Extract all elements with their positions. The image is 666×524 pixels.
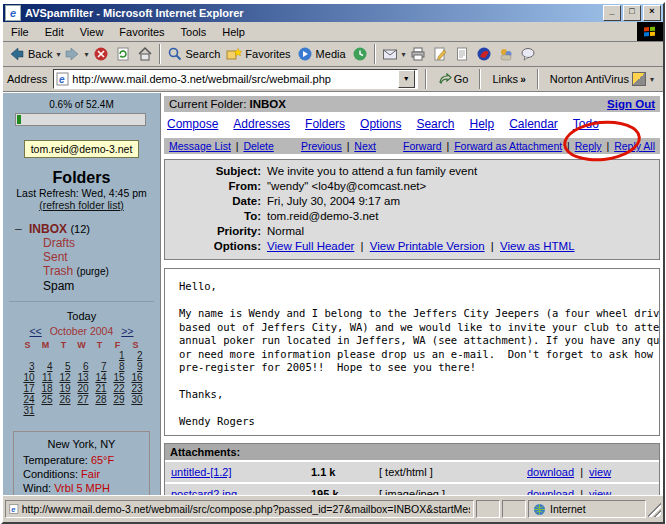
calendar-date-8[interactable]: 8	[119, 361, 125, 372]
nav-link-folders[interactable]: Folders	[305, 117, 345, 131]
calendar-date-23[interactable]: 23	[131, 383, 142, 394]
calendar-date-17[interactable]: 17	[23, 383, 34, 394]
calendar-date-26[interactable]: 26	[59, 394, 70, 405]
calendar-date-3[interactable]: 3	[29, 361, 35, 372]
calendar-date-24[interactable]: 24	[23, 394, 34, 405]
calendar-date-29[interactable]: 29	[113, 394, 124, 405]
realplayer-button[interactable]	[473, 45, 495, 63]
resize-grip[interactable]	[648, 501, 661, 517]
calendar-date-10[interactable]: 10	[23, 372, 34, 383]
print-button[interactable]	[407, 45, 429, 63]
nav-link-compose[interactable]: Compose	[167, 117, 218, 131]
folder-sent[interactable]: Sent	[15, 250, 160, 264]
calendar-date-13[interactable]: 13	[77, 372, 88, 383]
msgbar-forward-as-attachment[interactable]: Forward as Attachment	[454, 140, 562, 152]
calendar-date-16[interactable]: 16	[131, 372, 142, 383]
calendar-date-22[interactable]: 22	[113, 383, 124, 394]
msgbar-previous[interactable]: Previous	[301, 140, 342, 152]
folder-inbox[interactable]: – INBOX (12)	[15, 222, 160, 236]
nav-link-search[interactable]: Search	[416, 117, 454, 131]
nav-link-options[interactable]: Options	[360, 117, 401, 131]
back-button[interactable]: Back	[6, 45, 55, 63]
refresh-folder-list-link[interactable]: (refresh folder list)	[39, 199, 124, 211]
menu-view[interactable]: View	[72, 24, 112, 40]
msgbar-message-list[interactable]: Message List	[169, 140, 231, 152]
msgbar-delete[interactable]: Delete	[243, 140, 273, 152]
option-view-as-html[interactable]: View as HTML	[500, 240, 575, 252]
forward-button[interactable]	[61, 45, 83, 63]
calendar-date-28[interactable]: 28	[95, 394, 106, 405]
sign-out-link[interactable]: Sign Out	[607, 98, 655, 110]
norton-antivirus-button[interactable]: Norton AntiVirus ▾	[546, 72, 659, 86]
calendar-date-4[interactable]: 4	[47, 361, 53, 372]
calendar-date-12[interactable]: 12	[59, 372, 70, 383]
calendar-date-1[interactable]: 1	[119, 350, 125, 361]
calendar-next-link[interactable]: >>	[121, 325, 133, 337]
folder-spam[interactable]: Spam	[15, 279, 160, 293]
media-button[interactable]: Media	[294, 45, 349, 63]
maximize-button[interactable]: □	[623, 5, 641, 21]
folder-trash[interactable]: Trash (purge)	[15, 264, 160, 279]
search-button[interactable]: Search	[164, 45, 224, 63]
edit-button[interactable]	[429, 45, 451, 63]
msgbar-forward[interactable]: Forward	[403, 140, 442, 152]
msgbar-next[interactable]: Next	[354, 140, 376, 152]
go-button[interactable]: Go	[434, 73, 473, 85]
attachment-download-link[interactable]: download	[527, 488, 574, 495]
minimize-button[interactable]: _	[603, 5, 621, 21]
attachment-view-link[interactable]: view	[589, 466, 611, 478]
calendar-date-19[interactable]: 19	[59, 383, 70, 394]
address-input[interactable]: e http://www.mail.demo-3.net/webmail/src…	[53, 69, 417, 89]
calendar-date-9[interactable]: 9	[137, 361, 143, 372]
menu-help[interactable]: Help	[214, 24, 253, 40]
nav-link-help[interactable]: Help	[469, 117, 494, 131]
address-dropdown[interactable]: ▼	[398, 70, 415, 88]
home-button[interactable]	[134, 45, 156, 63]
option-view-printable-version[interactable]: View Printable Version	[370, 240, 485, 252]
document-button[interactable]	[451, 45, 473, 63]
msgbar-reply[interactable]: Reply	[575, 140, 602, 152]
links-button[interactable]: Links »	[488, 73, 529, 85]
calendar-prev-link[interactable]: <<	[29, 325, 41, 337]
refresh-button[interactable]	[112, 45, 134, 63]
purge-link[interactable]: (purge)	[77, 266, 109, 277]
attachment-view-link[interactable]: view	[589, 488, 611, 495]
calendar-date-25[interactable]: 25	[41, 394, 52, 405]
stop-button[interactable]	[90, 45, 112, 63]
favorites-button[interactable]: Favorites	[223, 45, 293, 63]
menu-file[interactable]: File	[3, 24, 37, 40]
calendar-date-21[interactable]: 21	[95, 383, 106, 394]
messenger-button[interactable]	[495, 45, 517, 63]
calendar-date-15[interactable]: 15	[113, 372, 124, 383]
option-view-full-header[interactable]: View Full Header	[267, 240, 354, 252]
mail-button[interactable]	[379, 45, 401, 63]
nav-link-addresses[interactable]: Addresses	[233, 117, 290, 131]
menu-edit[interactable]: Edit	[37, 24, 72, 40]
calendar-date-5[interactable]: 5	[65, 361, 71, 372]
calendar-date-20[interactable]: 20	[77, 383, 88, 394]
calendar-date-14[interactable]: 14	[95, 372, 106, 383]
nav-link-calendar[interactable]: Calendar	[509, 117, 558, 131]
menu-tools[interactable]: Tools	[173, 24, 215, 40]
calendar-date-30[interactable]: 30	[131, 394, 142, 405]
trash-label[interactable]: Trash	[43, 264, 73, 278]
norton-dropdown[interactable]: ▾	[649, 75, 655, 84]
calendar-date-7[interactable]: 7	[101, 361, 107, 372]
close-button[interactable]: ×	[643, 5, 661, 21]
attachment-download-link[interactable]: download	[527, 466, 574, 478]
folder-drafts[interactable]: Drafts	[15, 236, 160, 250]
calendar-date-27[interactable]: 27	[77, 394, 88, 405]
discuss-button[interactable]	[517, 45, 539, 63]
msgbar-reply-all[interactable]: Reply All	[614, 140, 655, 152]
attachment-name-link[interactable]: untitled-[1.2]	[171, 466, 232, 478]
attachment-name-link[interactable]: postcard2.jpg	[171, 488, 237, 495]
calendar-date-31[interactable]: 31	[23, 405, 34, 416]
nav-link-todo[interactable]: Todo	[573, 117, 599, 131]
menu-favorites[interactable]: Favorites	[111, 24, 172, 40]
collapse-icon[interactable]: –	[15, 222, 22, 236]
calendar-date-6[interactable]: 6	[83, 361, 89, 372]
calendar-date-18[interactable]: 18	[41, 383, 52, 394]
calendar-date-11[interactable]: 11	[42, 372, 52, 383]
calendar-date-2[interactable]: 2	[137, 350, 143, 361]
history-button[interactable]	[349, 45, 371, 63]
